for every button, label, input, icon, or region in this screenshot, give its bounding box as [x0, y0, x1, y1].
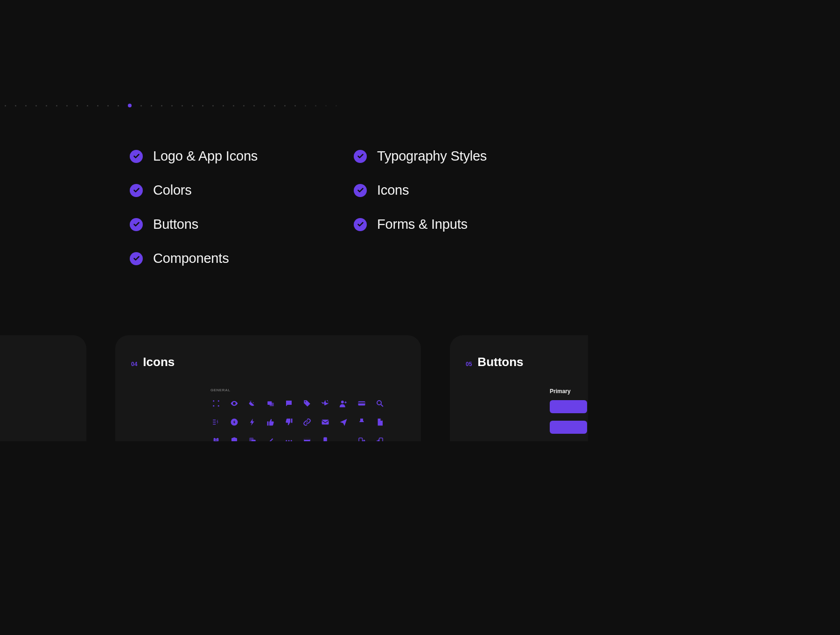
dot — [118, 105, 119, 106]
dot — [97, 105, 98, 106]
clipboard-icon — [210, 435, 222, 441]
svg-rect-5 — [270, 403, 274, 407]
svg-point-22 — [291, 440, 292, 442]
dot — [87, 105, 88, 106]
svg-rect-24 — [304, 438, 310, 440]
check-icon — [354, 218, 367, 231]
sample-button — [550, 421, 587, 434]
dot — [233, 105, 234, 106]
feature-item: Typography Styles — [354, 148, 522, 164]
dot — [171, 105, 173, 106]
card-icons: 04 Icons GENERAL — [115, 335, 421, 441]
dot — [315, 105, 316, 106]
svg-point-3 — [218, 405, 219, 407]
dot — [77, 105, 78, 106]
card-buttons: 05 Buttons Primary — [450, 335, 588, 441]
check-icon — [130, 150, 143, 163]
dot — [151, 105, 152, 106]
svg-rect-27 — [359, 438, 363, 441]
dot — [140, 105, 142, 106]
svg-point-0 — [213, 400, 214, 402]
dot — [325, 105, 327, 106]
dot — [66, 105, 68, 106]
dot — [46, 105, 47, 106]
feature-label: Colors — [153, 183, 192, 198]
bolt-circle-icon — [229, 416, 240, 428]
feature-list: Logo & App Icons Colors Buttons Componen… — [130, 148, 522, 266]
dot — [223, 105, 224, 106]
card-title: Buttons — [477, 355, 523, 369]
svg-rect-19 — [252, 440, 256, 441]
bolt-list-icon — [210, 416, 222, 428]
svg-line-13 — [381, 404, 383, 407]
logout-icon — [356, 435, 367, 441]
dot — [274, 105, 275, 106]
dot — [253, 105, 255, 106]
bolt-icon — [247, 416, 258, 428]
dot — [56, 105, 57, 106]
phone-icon — [320, 435, 331, 441]
tag-icon — [301, 398, 313, 409]
feature-item: Logo & App Icons — [130, 148, 298, 164]
svg-rect-15 — [322, 420, 329, 425]
sample-buttons — [550, 400, 588, 434]
feature-label: Typography Styles — [377, 148, 487, 164]
feature-column-right: Typography Styles Icons Forms & Inputs — [354, 148, 522, 266]
svg-point-20 — [286, 440, 287, 442]
svg-rect-17 — [215, 437, 217, 439]
svg-point-9 — [341, 401, 344, 403]
feature-item: Colors — [130, 183, 298, 198]
svg-rect-25 — [323, 437, 327, 442]
send-icon — [338, 416, 349, 428]
eye-slash-icon — [247, 398, 258, 409]
check-icon — [354, 150, 367, 163]
svg-point-1 — [218, 400, 219, 402]
dot — [284, 105, 286, 106]
svg-point-21 — [288, 440, 290, 442]
window-icon — [301, 435, 313, 441]
user-plus-icon — [338, 398, 349, 409]
card-partial-left — [0, 335, 86, 441]
check-icon — [130, 218, 143, 231]
more-icon — [283, 435, 294, 441]
card-icon — [356, 398, 367, 409]
search-icon — [374, 398, 385, 409]
dots-grid-icon — [210, 398, 222, 409]
thumbs-up-icon — [265, 416, 276, 428]
sparkles-icon — [320, 398, 331, 409]
blank-icon — [338, 435, 349, 441]
icons-section-label: GENERAL — [210, 388, 405, 392]
dot — [161, 105, 162, 106]
dot — [264, 105, 265, 106]
svg-point-12 — [377, 401, 381, 405]
mail-icon — [320, 416, 331, 428]
feature-item: Buttons — [130, 217, 298, 232]
svg-rect-11 — [358, 402, 365, 403]
feature-item: Components — [130, 251, 298, 266]
shield-icon — [229, 435, 240, 441]
dot — [294, 105, 296, 106]
dot — [243, 105, 245, 106]
svg-point-2 — [213, 405, 214, 407]
dot — [35, 105, 37, 106]
windows-icon — [265, 398, 276, 409]
dot — [336, 105, 337, 106]
dot — [107, 105, 109, 106]
link-icon — [301, 416, 313, 428]
dot — [346, 105, 347, 106]
thumbs-down-icon — [283, 416, 294, 428]
svg-rect-28 — [379, 438, 383, 441]
dot — [202, 105, 203, 106]
feature-label: Buttons — [153, 217, 198, 232]
svg-point-7 — [327, 400, 328, 401]
feature-label: Forms & Inputs — [377, 217, 468, 232]
dot — [25, 105, 27, 106]
pencil-icon — [265, 435, 276, 441]
chat-icon — [283, 398, 294, 409]
feature-item: Icons — [354, 183, 522, 198]
feature-item: Forms & Inputs — [354, 217, 522, 232]
feature-label: Logo & App Icons — [153, 148, 258, 164]
cards-strip: 04 Icons GENERAL — [0, 335, 588, 441]
dot — [305, 105, 306, 106]
dot — [212, 105, 214, 106]
